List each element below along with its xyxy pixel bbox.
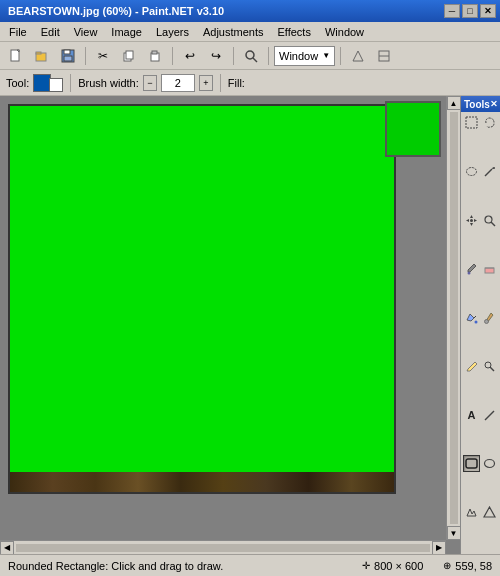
- svg-rect-3: [36, 52, 41, 54]
- scroll-left-button[interactable]: ◀: [0, 541, 14, 555]
- scroll-down-button[interactable]: ▼: [447, 526, 461, 540]
- svg-point-19: [493, 167, 495, 169]
- svg-point-20: [470, 219, 473, 222]
- separator-tools-1: [70, 74, 71, 92]
- tool-eraser[interactable]: [481, 260, 498, 277]
- tool-line[interactable]: [481, 407, 498, 424]
- separator-4: [268, 47, 269, 65]
- separator-3: [233, 47, 234, 65]
- tool-ellipse[interactable]: [481, 455, 498, 472]
- svg-rect-24: [485, 268, 494, 273]
- position-icon: ⊕: [443, 560, 451, 571]
- maximize-button[interactable]: □: [462, 4, 478, 18]
- status-dimensions-section: ✛ 800 × 600: [362, 560, 423, 572]
- new-button[interactable]: [4, 45, 28, 67]
- canvas-surface[interactable]: [8, 104, 396, 494]
- menu-view[interactable]: View: [67, 24, 105, 40]
- scroll-up-button[interactable]: ▲: [447, 96, 461, 110]
- menu-edit[interactable]: Edit: [34, 24, 67, 40]
- svg-rect-30: [466, 459, 477, 468]
- svg-line-12: [253, 58, 257, 62]
- tool-color-picker[interactable]: [481, 309, 498, 326]
- v-scroll-track[interactable]: [450, 112, 458, 524]
- svg-marker-32: [484, 507, 495, 517]
- paste-button[interactable]: [143, 45, 167, 67]
- tool-freeform-shape[interactable]: [463, 504, 480, 521]
- svg-point-31: [485, 460, 495, 468]
- canvas-bottom-strip: [10, 472, 394, 492]
- title-bar-buttons: ─ □ ✕: [444, 4, 496, 18]
- status-position: 559, 58: [455, 560, 492, 572]
- separator-1: [85, 47, 86, 65]
- svg-point-21: [485, 216, 492, 223]
- brush-width-label: Brush width:: [78, 77, 139, 89]
- status-bar: Rounded Rectangle: Click and drag to dra…: [0, 554, 500, 576]
- status-position-section: ⊕ 559, 58: [443, 560, 492, 572]
- horizontal-scrollbar[interactable]: ◀ ▶: [0, 540, 446, 554]
- brush-increase-button[interactable]: +: [199, 75, 213, 91]
- menu-window[interactable]: Window: [318, 24, 371, 40]
- menu-file[interactable]: File: [2, 24, 34, 40]
- tool-pencil[interactable]: [463, 358, 480, 375]
- close-button[interactable]: ✕: [480, 4, 496, 18]
- brush-width-input[interactable]: 2: [161, 74, 195, 92]
- svg-point-27: [485, 320, 489, 324]
- tools-panel-title: Tools: [464, 99, 490, 110]
- window-dropdown[interactable]: Window ▼: [274, 46, 335, 66]
- copy-button[interactable]: [117, 45, 141, 67]
- tool-ellipse-select[interactable]: [463, 163, 480, 180]
- cursor-icon: ✛: [362, 560, 370, 571]
- save-button[interactable]: [56, 45, 80, 67]
- tool-clone-stamp[interactable]: [481, 358, 498, 375]
- svg-rect-8: [126, 51, 133, 59]
- tool-lasso-select[interactable]: [481, 114, 498, 131]
- tools-panel-header: Tools ✕: [461, 96, 500, 112]
- tool-text[interactable]: A: [463, 407, 480, 424]
- tools-panel-close-icon[interactable]: ✕: [490, 99, 498, 109]
- svg-point-26: [475, 321, 478, 324]
- svg-rect-6: [64, 56, 72, 61]
- redo-button[interactable]: ↪: [204, 45, 228, 67]
- title-bar: BEARSTOWN.jpg (60%) - Paint.NET v3.10 ─ …: [0, 0, 500, 22]
- menu-image[interactable]: Image: [104, 24, 149, 40]
- tools-panel: Tools ✕: [460, 96, 500, 554]
- canvas-container[interactable]: ◀ ▶ ▲ ▼: [0, 96, 460, 554]
- mini-preview: [385, 101, 441, 157]
- secondary-color-swatch[interactable]: [49, 78, 63, 92]
- title-text: BEARSTOWN.jpg (60%) - Paint.NET v3.10: [8, 5, 224, 17]
- menu-adjustments[interactable]: Adjustments: [196, 24, 271, 40]
- svg-rect-10: [152, 51, 157, 54]
- extra-btn2[interactable]: [372, 45, 396, 67]
- extra-btn1[interactable]: [346, 45, 370, 67]
- main-toolbar: ✂ ↩ ↪ Window ▼: [0, 42, 500, 70]
- tool-triangle[interactable]: [481, 504, 498, 521]
- tool-rounded-rect[interactable]: [463, 455, 480, 472]
- main-area: ◀ ▶ ▲ ▼ Tools ✕: [0, 96, 500, 554]
- menu-effects[interactable]: Effects: [271, 24, 318, 40]
- tools-grid: A: [461, 112, 500, 554]
- separator-tools-2: [220, 74, 221, 92]
- tool-move[interactable]: [463, 212, 480, 229]
- svg-point-11: [246, 51, 254, 59]
- vertical-scrollbar[interactable]: ▲ ▼: [446, 96, 460, 540]
- zoom-button[interactable]: [239, 45, 263, 67]
- minimize-button[interactable]: ─: [444, 4, 460, 18]
- menu-layers[interactable]: Layers: [149, 24, 196, 40]
- h-scroll-track[interactable]: [16, 544, 430, 552]
- tool-zoom[interactable]: [481, 212, 498, 229]
- cut-button[interactable]: ✂: [91, 45, 115, 67]
- status-dimensions: 800 × 600: [374, 560, 423, 572]
- separator-5: [340, 47, 341, 65]
- tool-rectangle-select[interactable]: [463, 114, 480, 131]
- fill-label: Fill:: [228, 77, 245, 89]
- brush-decrease-button[interactable]: −: [143, 75, 157, 91]
- undo-button[interactable]: ↩: [178, 45, 202, 67]
- tools-options-row: Tool: Brush width: − 2 + Fill:: [0, 70, 500, 96]
- tool-paintbrush[interactable]: [463, 260, 480, 277]
- open-button[interactable]: [30, 45, 54, 67]
- scroll-right-button[interactable]: ▶: [432, 541, 446, 555]
- svg-marker-13: [353, 51, 363, 61]
- dropdown-arrow-icon: ▼: [322, 51, 330, 60]
- tool-magic-wand[interactable]: [481, 163, 498, 180]
- tool-paint-bucket[interactable]: [463, 309, 480, 326]
